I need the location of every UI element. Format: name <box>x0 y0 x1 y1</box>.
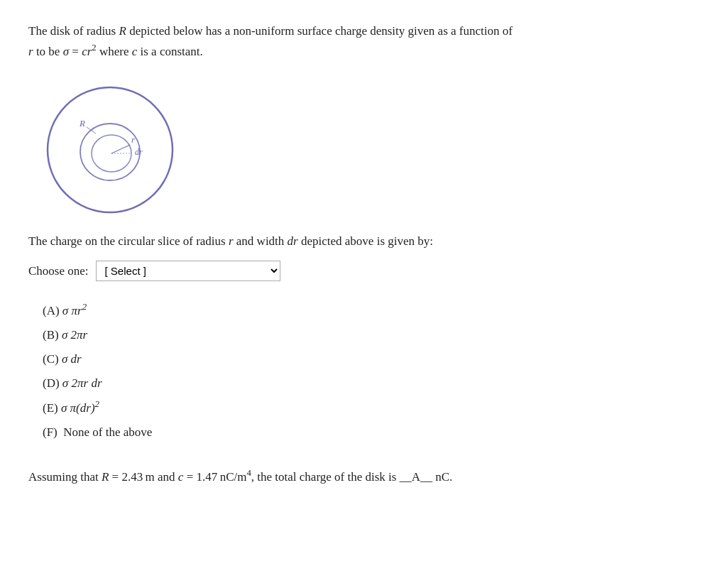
dr-symbol-q: dr <box>288 234 298 248</box>
disk-diagram: r dr R <box>35 75 185 217</box>
option-d-label: (D) <box>43 376 62 390</box>
footer-R: R <box>102 469 109 483</box>
r-symbol-intro: R <box>119 24 126 38</box>
intro-formula-line: r to be σ = cr2 where c is a constant. <box>28 45 203 58</box>
option-a-label: (A) <box>43 304 62 317</box>
option-e-math: σ π(dr)2 <box>61 401 99 415</box>
svg-point-0 <box>48 87 173 212</box>
list-item: (B) σ 2πr <box>43 323 699 347</box>
answer-select[interactable]: [ Select ] σ πr² σ 2πr σ dr σ 2πr dr σ π… <box>96 261 280 281</box>
svg-text:R: R <box>79 118 85 129</box>
r-symbol-q: r <box>229 234 234 248</box>
diagram-svg: r dr R <box>35 75 185 217</box>
question-text: The charge on the circular slice of radi… <box>28 232 699 251</box>
svg-line-3 <box>111 145 130 153</box>
option-b-math: σ 2πr <box>62 328 87 342</box>
svg-text:dr: dr <box>135 147 143 157</box>
option-b-label: (B) <box>43 328 62 342</box>
option-e-label: (E) <box>43 401 61 415</box>
choose-row: Choose one: [ Select ] σ πr² σ 2πr σ dr … <box>28 261 699 281</box>
list-item: (A) σ πr2 <box>43 298 699 323</box>
list-item: (D) σ 2πr dr <box>43 371 699 396</box>
intro-paragraph: The disk of radius R depicted below has … <box>28 21 699 61</box>
option-c-math: σ dr <box>62 352 82 366</box>
list-item: (C) σ dr <box>43 347 699 371</box>
option-d-math: σ 2πr dr <box>62 376 102 390</box>
option-c-label: (C) <box>43 352 62 366</box>
footer-c: c <box>178 469 184 483</box>
option-f-label: (F) None of the above <box>43 425 152 439</box>
list-item: (F) None of the above <box>43 420 699 445</box>
option-a-math: σ πr2 <box>62 304 87 317</box>
list-item: (E) σ π(dr)2 <box>43 396 699 420</box>
choose-label: Choose one: <box>28 264 89 278</box>
footer-text: Assuming that R = 2.43 m and c = 1.47 nC… <box>28 466 699 486</box>
options-list: (A) σ πr2 (B) σ 2πr (C) σ dr (D) σ 2πr d… <box>43 298 699 444</box>
